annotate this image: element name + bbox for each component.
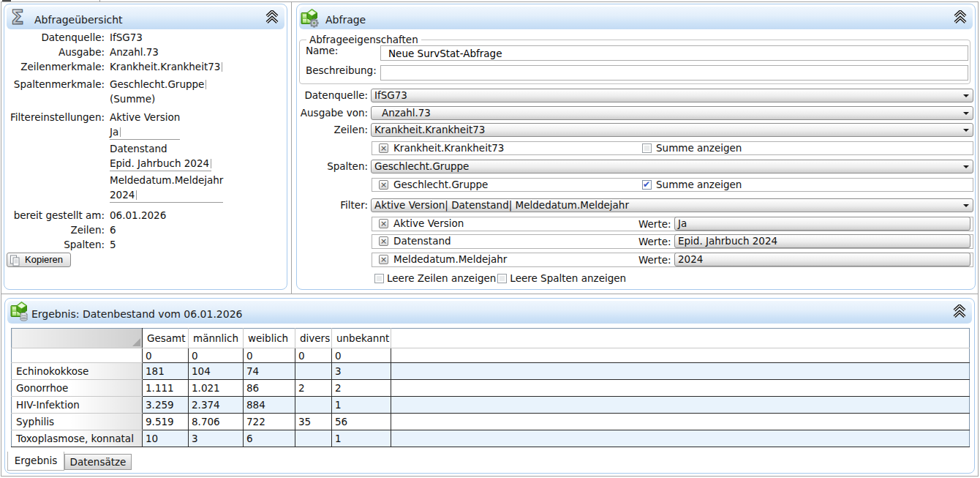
table-cell: 104 [189, 363, 244, 380]
top-tab-remnant [2, 0, 11, 1]
datasource-label: Datenquelle: [297, 89, 368, 101]
filter-name: Aktive Version [110, 110, 180, 124]
column-header[interactable]: Gesamt [143, 329, 189, 348]
table-cell-filler [391, 414, 970, 430]
table-cell: 3 [332, 363, 391, 380]
column-header[interactable]: weiblich [244, 329, 295, 348]
column-header[interactable]: divers [295, 329, 332, 348]
row-header[interactable]: Echinokokkose [12, 363, 143, 380]
field-value: Geschlecht.Gruppe [110, 78, 206, 90]
collapse-overview-icon[interactable] [265, 10, 280, 25]
field-label: Zeilen: [4, 223, 105, 237]
remove-icon[interactable]: × [379, 219, 388, 228]
werte-label: Werte: [638, 218, 671, 231]
gear-part [309, 18, 318, 27]
field-value: Krankheit.Krankheit73 [110, 59, 222, 74]
rows-item-row: × Krankheit.Krankheit73 Summe anzeigen [372, 141, 973, 155]
empty-cols-label: Leere Spalten anzeigen [510, 272, 626, 284]
overview-row-colfeatures: Spaltenmerkmale: Geschlecht.Gruppe (Summ… [4, 77, 287, 106]
columns-select[interactable]: Geschlecht.Gruppe [371, 160, 973, 173]
query-panel: Abfrage Abfrageeigenschaften Name: Besch… [296, 4, 976, 290]
field-label: Filtereinstellungen: [4, 110, 105, 204]
overview-filter-group: Datenstand Epid. Jahrbuch 2024 [110, 141, 211, 171]
overview-row-cols: Spalten: 5 [4, 237, 287, 252]
field-label: Datenquelle: [4, 30, 105, 45]
description-label: Beschreibung: [306, 64, 377, 76]
field-value: Anzahl.73 [110, 45, 159, 59]
table-cell: 3 [189, 430, 244, 447]
filter-value: Ja [110, 126, 121, 138]
filter-item-row: × Meldedatum.Meldejahr Werte: 2024 [372, 253, 973, 267]
field-value: 6 [110, 223, 116, 237]
field-label: Ausgabe: [4, 45, 105, 59]
overview-panel: Σ Abfrageübersicht Datenquelle: IfSG73 A… [4, 4, 287, 290]
rows-sum-checkbox[interactable] [642, 143, 652, 153]
tab-datensaetze[interactable]: Datensätze [64, 454, 132, 470]
filter-werte-select[interactable]: Epid. Jahrbuch 2024 [674, 234, 970, 248]
field-value-extra: (Summe) [110, 93, 155, 105]
dropdown-arrow-icon [963, 165, 969, 168]
rows-select[interactable]: Krankheit.Krankheit73 [371, 123, 973, 137]
columns-item-label: Geschlecht.Gruppe [393, 179, 488, 191]
table-cell: 3.259 [143, 397, 189, 414]
table-cell [295, 430, 332, 447]
copy-button[interactable]: Kopieren [7, 253, 71, 267]
empty-cols-checkbox[interactable] [497, 274, 507, 283]
column-header[interactable]: unbekannt [332, 329, 391, 348]
columns-sum-checkbox[interactable] [642, 180, 652, 190]
result-panel-header: Ergebnis: Datenbestand vom 06.01.2026 [7, 301, 972, 324]
top-tab-tick [99, 0, 100, 2]
field-label: Zeilenmerkmale: [4, 59, 105, 74]
collapse-result-icon[interactable] [953, 305, 968, 319]
table-cell: 0 [244, 348, 295, 363]
query-panel-title: Abfrage [325, 14, 366, 26]
remove-icon[interactable]: × [379, 143, 388, 153]
name-label: Name: [306, 45, 338, 56]
table-cell: 1.111 [143, 380, 189, 397]
row-header[interactable]: Gonorrhoe [12, 380, 143, 397]
name-input[interactable] [380, 45, 968, 61]
columns-sum-label: Summe anzeigen [656, 179, 742, 191]
table-cell: 2.374 [189, 397, 244, 414]
filter-werte-select[interactable]: Ja [674, 217, 970, 231]
table-cell: 10 [143, 430, 189, 447]
remove-icon[interactable]: × [379, 180, 388, 190]
corner-resize-icon [132, 338, 140, 346]
empty-rows-checkbox[interactable] [374, 274, 384, 283]
tab-ergebnis[interactable]: Ergebnis [7, 452, 64, 471]
empty-rows-label: Leere Zeilen anzeigen [387, 272, 496, 284]
collapse-query-icon[interactable] [954, 10, 968, 25]
werte-label: Werte: [638, 236, 671, 248]
filter-werte-select[interactable]: 2024 [674, 253, 970, 266]
remove-icon[interactable]: × [379, 236, 388, 246]
datasource-select[interactable]: IfSG73 [371, 89, 973, 102]
filter-item-label: Datenstand [393, 235, 451, 247]
row-header[interactable]: Syphilis [12, 414, 143, 430]
overview-panel-header: Σ Abfrageübersicht [7, 7, 284, 29]
table-cell-filler [391, 363, 970, 380]
result-panel: Ergebnis: Datenbestand vom 06.01.2026 Ge… [4, 298, 975, 474]
row-header [12, 348, 143, 363]
table-row: Toxoplasmose, konnatal 10 3 6 1 [12, 430, 970, 447]
column-header[interactable]: männlich [189, 329, 244, 348]
result-cubes-db-icon [10, 302, 29, 324]
filter-select[interactable]: Aktive Version| Datenstand| Meldedatum.M… [371, 198, 973, 212]
table-corner-cell[interactable] [12, 329, 143, 348]
table-cell: 6 [244, 430, 295, 447]
sigma-icon: Σ [10, 8, 29, 30]
filter-item-label: Meldedatum.Meldejahr [393, 253, 507, 266]
table-cell: 1 [332, 430, 391, 447]
overview-panel-title: Abfrageübersicht [34, 14, 123, 26]
query-cubes-gear-icon [301, 8, 320, 30]
table-cell: 1 [332, 397, 391, 414]
output-select[interactable]: Anzahl.73 [371, 106, 973, 120]
description-input[interactable] [380, 65, 968, 81]
table-cell: 884 [244, 397, 295, 414]
row-header[interactable]: Toxoplasmose, konnatal [12, 430, 143, 447]
overview-row-output: Ausgabe: Anzahl.73 [4, 45, 287, 59]
row-header[interactable]: HIV-Infektion [12, 397, 143, 414]
remove-icon[interactable]: × [379, 255, 388, 264]
filter-item-row: × Aktive Version Werte: Ja [372, 217, 973, 231]
table-cell: 181 [143, 363, 189, 380]
columns-item-row: × Geschlecht.Gruppe Summe anzeigen [372, 178, 973, 192]
